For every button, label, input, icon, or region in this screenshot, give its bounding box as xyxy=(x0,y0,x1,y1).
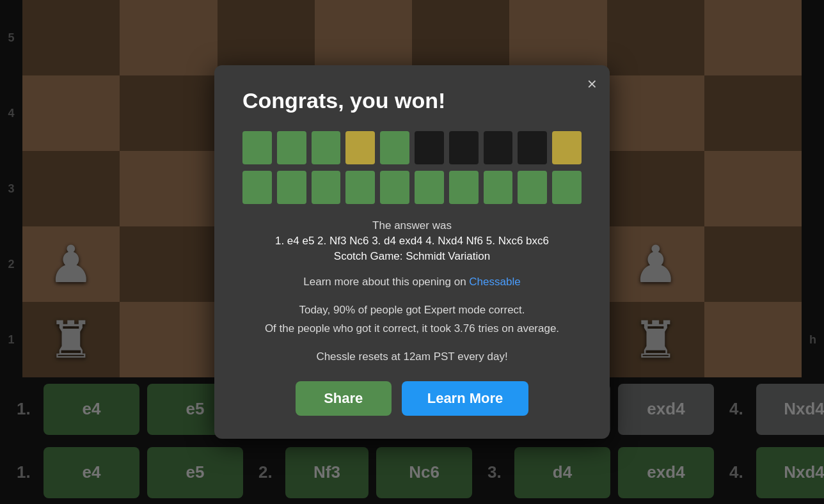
tile-2-9 xyxy=(518,171,547,204)
answer-label: The answer was xyxy=(242,219,582,232)
dialog-title: Congrats, you won! xyxy=(242,88,582,113)
answer-moves: 1. e4 e5 2. Nf3 Nc6 3. d4 exd4 4. Nxd4 N… xyxy=(242,235,582,248)
tiles-row-1 xyxy=(242,131,582,164)
tile-1-8 xyxy=(484,131,513,164)
tile-2-2 xyxy=(277,171,306,204)
close-button[interactable]: × xyxy=(587,75,597,92)
tile-1-1 xyxy=(242,131,272,164)
stats-line2: Of the people who got it correct, it too… xyxy=(242,320,582,338)
tile-1-7 xyxy=(449,131,479,164)
tile-1-6 xyxy=(415,131,444,164)
tile-2-3 xyxy=(312,171,341,204)
tile-1-4 xyxy=(345,131,375,164)
tile-2-1 xyxy=(242,171,272,204)
dialog-buttons: Share Learn More xyxy=(242,381,582,416)
tile-1-9 xyxy=(518,131,547,164)
stats-line1: Today, 90% of people got Expert mode cor… xyxy=(242,301,582,320)
modal-overlay: × Congrats, you won! xyxy=(0,0,824,504)
win-dialog: × Congrats, you won! xyxy=(214,65,610,439)
answer-section: The answer was 1. e4 e5 2. Nf3 Nc6 3. d4… xyxy=(242,219,582,263)
tile-2-6 xyxy=(415,171,444,204)
answer-name: Scotch Game: Schmidt Variation xyxy=(242,250,582,263)
chessable-text: Learn more about this opening on xyxy=(303,276,469,288)
tile-1-3 xyxy=(312,131,341,164)
tile-2-7 xyxy=(449,171,479,204)
tile-1-2 xyxy=(277,131,306,164)
reset-text: Chessle resets at 12am PST every day! xyxy=(242,350,582,363)
chessable-link[interactable]: Chessable xyxy=(469,276,520,288)
tile-2-10 xyxy=(552,171,582,204)
tile-2-4 xyxy=(345,171,375,204)
chessable-line: Learn more about this opening on Chessab… xyxy=(242,276,582,288)
tile-2-8 xyxy=(484,171,513,204)
share-button[interactable]: Share xyxy=(296,381,392,416)
tile-1-5 xyxy=(380,131,409,164)
tiles-grid xyxy=(242,131,582,204)
tiles-row-2 xyxy=(242,171,582,204)
stats-section: Today, 90% of people got Expert mode cor… xyxy=(242,301,582,338)
learn-more-button[interactable]: Learn More xyxy=(402,381,529,416)
tile-1-10 xyxy=(552,131,582,164)
tile-2-5 xyxy=(380,171,409,204)
